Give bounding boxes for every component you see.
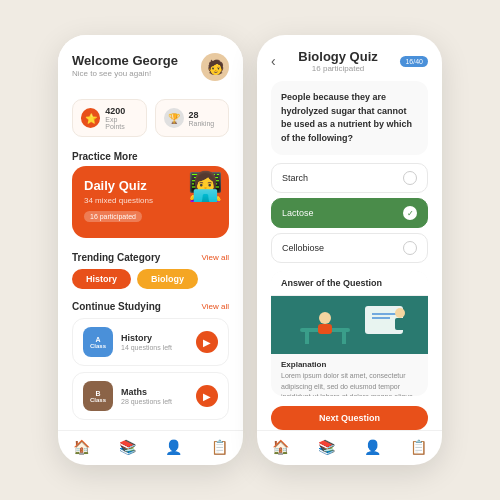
list-item[interactable]: Lactose ✓ bbox=[271, 198, 428, 228]
next-question-button[interactable]: Next Question bbox=[271, 406, 428, 430]
avatar: 🧑 bbox=[201, 53, 229, 81]
category-history-btn[interactable]: History bbox=[72, 269, 131, 289]
svg-rect-4 bbox=[318, 324, 332, 334]
option-starch-label: Starch bbox=[282, 173, 308, 183]
category-biology-btn[interactable]: Biology bbox=[137, 269, 198, 289]
right-phone: ‹ Biology Quiz 16 participated 16/40 Peo… bbox=[257, 35, 442, 465]
right-bottom-nav: 🏠 📚 👤 📋 bbox=[257, 430, 442, 465]
svg-point-3 bbox=[319, 312, 331, 324]
continue-header: Continue Studying View all bbox=[58, 295, 243, 316]
participated-text: 16 participated bbox=[284, 64, 393, 73]
svg-rect-2 bbox=[342, 332, 346, 344]
nav-profile-icon[interactable]: 👤 bbox=[165, 439, 182, 455]
list-item[interactable]: A Class History 14 questions left ▶ bbox=[72, 318, 229, 366]
left-phone: Welcome George Nice to see you again! 🧑 … bbox=[58, 35, 243, 465]
history-play-button[interactable]: ▶ bbox=[196, 331, 218, 353]
subtitle-text: Nice to see you again! bbox=[72, 69, 178, 78]
answer-illustration bbox=[271, 296, 428, 354]
nav-list-icon[interactable]: 📋 bbox=[211, 439, 228, 455]
svg-point-9 bbox=[395, 308, 405, 318]
practice-header: Practice More bbox=[58, 145, 243, 166]
question-box: People because they are hydrolyzed sugar… bbox=[271, 81, 428, 155]
ranking-icon: 🏆 bbox=[164, 108, 184, 128]
list-item[interactable]: B Class Maths 28 questions left ▶ bbox=[72, 372, 229, 420]
greeting-text: Welcome George bbox=[72, 53, 178, 68]
question-progress-badge: 16/40 bbox=[400, 56, 428, 67]
quiz-title: Biology Quiz bbox=[284, 49, 393, 64]
continue-view-all[interactable]: View all bbox=[202, 302, 229, 311]
trending-view-all[interactable]: View all bbox=[202, 253, 229, 262]
list-item[interactable]: Cellobiose bbox=[271, 233, 428, 263]
svg-rect-1 bbox=[305, 332, 309, 344]
right-header: ‹ Biology Quiz 16 participated 16/40 bbox=[257, 35, 442, 81]
option-cellobiose-radio[interactable] bbox=[403, 241, 417, 255]
quiz-badge: 16 participated bbox=[84, 211, 142, 222]
exp-label: Exp Points bbox=[105, 116, 137, 130]
nav-profile-icon[interactable]: 👤 bbox=[364, 439, 381, 455]
maths-subject-name: Maths bbox=[121, 387, 188, 397]
svg-rect-10 bbox=[395, 318, 405, 330]
practice-title: Practice More bbox=[72, 151, 138, 162]
question-text: People because they are hydrolyzed sugar… bbox=[281, 91, 418, 145]
phones-container: Welcome George Nice to see you again! 🧑 … bbox=[58, 35, 442, 465]
left-header: Welcome George Nice to see you again! 🧑 bbox=[58, 35, 243, 91]
ranking-value: 28 bbox=[189, 110, 215, 120]
maths-subject-icon: B Class bbox=[83, 381, 113, 411]
continue-title: Continue Studying bbox=[72, 301, 161, 312]
left-bottom-nav: 🏠 📚 👤 📋 bbox=[58, 430, 243, 465]
options-list: Starch Lactose ✓ Cellobiose bbox=[257, 163, 442, 263]
trending-title: Trending Category bbox=[72, 252, 160, 263]
nav-books-icon[interactable]: 📚 bbox=[318, 439, 335, 455]
daily-quiz-card[interactable]: Daily Quiz 34 mixed questions 16 partici… bbox=[72, 166, 229, 238]
back-button[interactable]: ‹ bbox=[271, 53, 276, 69]
explanation-text: Lorem ipsum dolor sit amet, consectetur … bbox=[281, 371, 418, 396]
nav-list-icon[interactable]: 📋 bbox=[410, 439, 427, 455]
explanation-title: Explanation bbox=[281, 360, 418, 369]
option-starch-radio[interactable] bbox=[403, 171, 417, 185]
continue-list: A Class History 14 questions left ▶ B Cl… bbox=[58, 316, 243, 422]
list-item[interactable]: Starch bbox=[271, 163, 428, 193]
answer-explain: Explanation Lorem ipsum dolor sit amet, … bbox=[271, 354, 428, 396]
nav-home-icon[interactable]: 🏠 bbox=[73, 439, 90, 455]
ranking-label: Ranking bbox=[189, 120, 215, 127]
quiz-illustration: 👩‍💻 bbox=[188, 170, 223, 203]
history-subject-icon: A Class bbox=[83, 327, 113, 357]
stats-row: ⭐ 4200 Exp Points 🏆 28 Ranking bbox=[58, 91, 243, 145]
nav-home-icon[interactable]: 🏠 bbox=[272, 439, 289, 455]
option-lactose-label: Lactose bbox=[282, 208, 314, 218]
answer-section: Answer of the Question bbox=[271, 271, 428, 396]
option-cellobiose-label: Cellobiose bbox=[282, 243, 324, 253]
history-subject-name: History bbox=[121, 333, 188, 343]
option-lactose-check[interactable]: ✓ bbox=[403, 206, 417, 220]
maths-play-button[interactable]: ▶ bbox=[196, 385, 218, 407]
trending-header: Trending Category View all bbox=[58, 246, 243, 267]
ranking-stat: 🏆 28 Ranking bbox=[155, 99, 230, 137]
exp-value: 4200 bbox=[105, 106, 137, 116]
exp-stat: ⭐ 4200 Exp Points bbox=[72, 99, 147, 137]
nav-books-icon[interactable]: 📚 bbox=[119, 439, 136, 455]
categories-row: History Biology bbox=[58, 267, 243, 295]
answer-section-header: Answer of the Question bbox=[271, 271, 428, 296]
maths-questions-left: 28 questions left bbox=[121, 398, 188, 405]
history-questions-left: 14 questions left bbox=[121, 344, 188, 351]
exp-icon: ⭐ bbox=[81, 108, 100, 128]
